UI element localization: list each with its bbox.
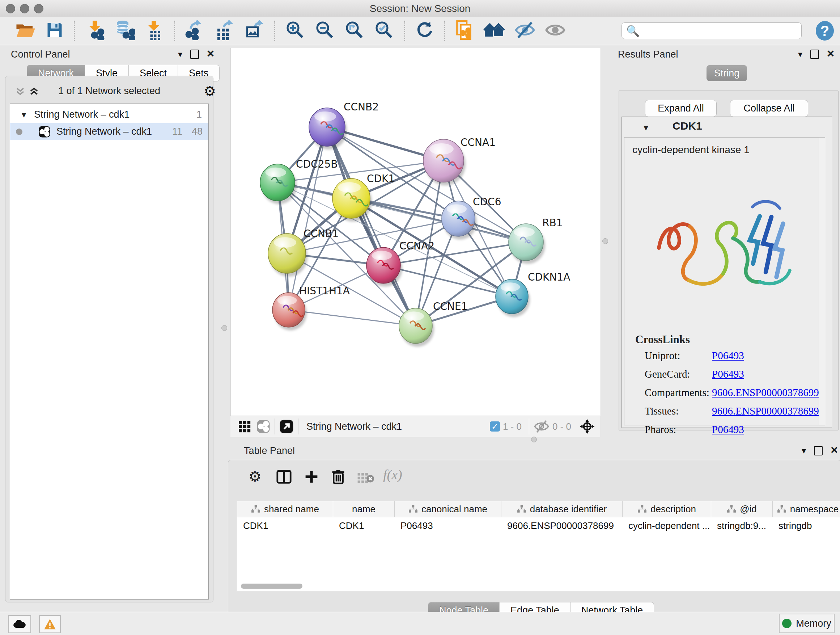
zoom-fit-icon bbox=[344, 20, 365, 42]
close-panel-icon[interactable]: × bbox=[831, 445, 838, 454]
hidden-eye-icon[interactable] bbox=[534, 420, 549, 433]
gene-collapse-icon[interactable]: ▾ bbox=[644, 122, 648, 133]
cloud-icon bbox=[12, 619, 27, 630]
crosslink-value: P06493 bbox=[712, 350, 744, 362]
tab-string[interactable]: String bbox=[706, 65, 747, 81]
column-header--id[interactable]: @id bbox=[711, 501, 773, 517]
birdseye-crosshair-icon[interactable] bbox=[579, 418, 595, 434]
panel-menu-icon[interactable]: ▾ bbox=[798, 50, 802, 59]
node-label-CCNE1: CCNE1 bbox=[433, 301, 468, 312]
node-CDC25B[interactable] bbox=[260, 164, 297, 204]
export-network-button[interactable] bbox=[185, 20, 205, 41]
crosslink-link[interactable]: 9606.ENSP00000378699 bbox=[712, 405, 819, 417]
network-canvas[interactable]: CCNB2CCNA1CDC25BCDK1CDC6RB1CCNB1CCNA2CDK… bbox=[231, 48, 601, 416]
node-CCNA1[interactable] bbox=[423, 139, 466, 186]
zoom-selected-button[interactable] bbox=[374, 20, 394, 41]
network-row[interactable]: String Network – cdk1 11 48 bbox=[10, 123, 208, 140]
crosslink-link[interactable]: P06493 bbox=[712, 350, 744, 361]
column-header-database-identifier[interactable]: database identifier bbox=[501, 501, 622, 517]
clone-network-button[interactable] bbox=[455, 20, 474, 41]
open-in-browser-icon[interactable] bbox=[279, 419, 294, 434]
open-session-button[interactable] bbox=[15, 20, 36, 41]
close-panel-icon[interactable]: × bbox=[827, 49, 834, 58]
collapse-all-button[interactable]: Collapse All bbox=[730, 100, 808, 117]
table-cell[interactable]: P06493 bbox=[395, 518, 501, 534]
table-cell[interactable]: stringdb:9... bbox=[711, 518, 773, 534]
import-database-icon bbox=[114, 20, 135, 42]
float-panel-icon[interactable] bbox=[190, 50, 199, 59]
table-cell[interactable]: 9606.ENSP00000378699 bbox=[501, 518, 622, 534]
node-HIST1H1A[interactable] bbox=[272, 293, 307, 330]
cloud-status-button[interactable] bbox=[8, 615, 31, 633]
search-field[interactable]: 🔍 bbox=[622, 22, 802, 39]
crosslink-link[interactable]: P06493 bbox=[712, 368, 744, 380]
node-CCNB2[interactable] bbox=[309, 108, 347, 149]
panel-menu-icon[interactable]: ▾ bbox=[178, 50, 182, 59]
crosslink-value: 9606.ENSP00000378699 bbox=[712, 386, 819, 399]
node-table: shared namenamecanonical namedatabase id… bbox=[237, 501, 840, 592]
float-panel-icon[interactable] bbox=[814, 446, 823, 455]
table-cell[interactable]: stringdb bbox=[773, 518, 840, 534]
network-selected-status: 1 of 1 Network selected bbox=[5, 86, 213, 97]
left-splitter-handle[interactable] bbox=[221, 325, 227, 331]
table-cell[interactable]: CDK1 bbox=[333, 518, 395, 534]
delete-column-icon[interactable] bbox=[331, 469, 346, 486]
crosslink-link[interactable]: P06493 bbox=[712, 424, 744, 435]
table-cell[interactable]: cyclin-dependent ... bbox=[622, 518, 711, 534]
show-all-icon bbox=[545, 21, 566, 41]
collection-label: String Network – cdk1 bbox=[34, 109, 129, 120]
warnings-button[interactable] bbox=[39, 615, 61, 633]
network-collection-row[interactable]: ▾ String Network – cdk1 1 bbox=[10, 106, 208, 123]
toolbar-separator bbox=[404, 21, 405, 41]
column-header-namespace[interactable]: namespace bbox=[773, 501, 840, 517]
help-button[interactable]: ? bbox=[816, 21, 834, 41]
export-image-button[interactable] bbox=[244, 20, 264, 41]
node-RB1[interactable] bbox=[508, 224, 545, 264]
crosslink-link[interactable]: 9606.ENSP00000378699 bbox=[712, 386, 819, 398]
zoom-selected-icon bbox=[374, 20, 394, 42]
node-CDC6[interactable] bbox=[442, 201, 477, 240]
node-CDKN1A[interactable] bbox=[496, 279, 530, 317]
crosslink-value: 9606.ENSP00000378699 bbox=[712, 405, 819, 417]
expand-all-button[interactable]: Expand All bbox=[645, 100, 717, 117]
first-neighbors-button[interactable] bbox=[483, 20, 505, 41]
show-all-button[interactable] bbox=[545, 20, 566, 41]
import-table-button[interactable] bbox=[145, 20, 164, 41]
zoom-in-button[interactable] bbox=[285, 20, 305, 41]
column-header-description[interactable]: description bbox=[622, 501, 711, 517]
zoom-out-button[interactable] bbox=[315, 20, 335, 41]
selected-nodes-checkbox[interactable]: ✓ bbox=[490, 421, 500, 432]
column-header-name[interactable]: name bbox=[333, 501, 395, 517]
collection-expander-icon[interactable]: ▾ bbox=[22, 110, 26, 120]
refresh-button[interactable] bbox=[415, 20, 434, 41]
search-input[interactable] bbox=[639, 25, 793, 37]
crosslink-value: P06493 bbox=[712, 424, 744, 435]
memory-button[interactable]: Memory bbox=[779, 614, 835, 633]
add-column-icon[interactable] bbox=[303, 470, 319, 486]
search-icon: 🔍 bbox=[626, 25, 639, 37]
import-database-button[interactable] bbox=[114, 20, 135, 41]
import-network-button[interactable] bbox=[85, 20, 105, 41]
right-splitter-handle[interactable] bbox=[602, 238, 608, 244]
node-CDK1[interactable] bbox=[332, 179, 372, 222]
column-header-shared-name[interactable]: shared name bbox=[237, 501, 333, 517]
hide-selected-button[interactable] bbox=[515, 20, 535, 41]
hierarchy-icon bbox=[517, 505, 526, 513]
close-panel-icon[interactable]: × bbox=[207, 49, 214, 58]
network-options-gear-icon[interactable]: ⚙ bbox=[204, 83, 216, 99]
show-columns-icon[interactable] bbox=[276, 470, 292, 486]
column-header-canonical-name[interactable]: canonical name bbox=[395, 501, 501, 517]
panel-menu-icon[interactable]: ▾ bbox=[802, 446, 806, 455]
table-cell[interactable]: CDK1 bbox=[237, 518, 333, 534]
table-options-gear-icon[interactable]: ⚙ bbox=[248, 468, 262, 485]
view-grid-icon[interactable] bbox=[238, 420, 251, 433]
zoom-fit-button[interactable] bbox=[344, 20, 365, 41]
float-panel-icon[interactable] bbox=[810, 50, 819, 59]
string-network-icon bbox=[38, 126, 51, 138]
save-session-button[interactable] bbox=[45, 20, 64, 41]
export-table-button[interactable] bbox=[215, 20, 235, 41]
node-CCNE1[interactable] bbox=[399, 308, 434, 347]
results-scrollbar[interactable] bbox=[819, 138, 824, 425]
clone-network-icon bbox=[455, 19, 474, 42]
table-horizontal-scrollbar[interactable] bbox=[241, 584, 302, 589]
